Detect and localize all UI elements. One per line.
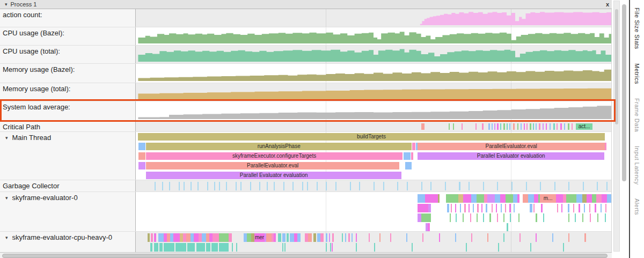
trace-slice[interactable] bbox=[477, 213, 478, 222]
track-area-system-load[interactable] bbox=[136, 101, 611, 121]
trace-slice[interactable] bbox=[568, 213, 569, 222]
trace-slice-labeled[interactable]: Parallel Evaluator evaluation bbox=[418, 152, 604, 160]
trace-slice-labeled[interactable]: runAnalysisPhase bbox=[146, 143, 412, 150]
trace-slice[interactable] bbox=[573, 204, 574, 212]
trace-slice[interactable] bbox=[342, 233, 343, 242]
collapse-triangle-icon[interactable]: ▾ bbox=[5, 235, 8, 240]
horizontal-scrollbar[interactable] bbox=[0, 252, 612, 258]
trace-slice[interactable] bbox=[590, 213, 591, 222]
trace-slice[interactable] bbox=[379, 233, 380, 242]
trace-tick[interactable] bbox=[226, 182, 227, 190]
trace-slice[interactable] bbox=[469, 204, 470, 212]
trace-slice[interactable] bbox=[447, 204, 449, 212]
trace-slice[interactable] bbox=[158, 233, 164, 242]
trace-slice[interactable] bbox=[202, 233, 206, 242]
counter-chart-action-count[interactable] bbox=[136, 11, 611, 25]
track-label-skyframe-evaluator-cpu-heavy-0[interactable]: ▾skyframe-evaluator-cpu-heavy-0 bbox=[0, 232, 136, 252]
trace-slice[interactable] bbox=[313, 233, 316, 242]
trace-slice[interactable] bbox=[150, 243, 152, 252]
trace-tick[interactable] bbox=[302, 182, 303, 190]
trace-slice[interactable] bbox=[487, 194, 495, 203]
trace-slice[interactable] bbox=[524, 123, 525, 130]
trace-slice[interactable] bbox=[352, 233, 353, 242]
trace-slice[interactable] bbox=[510, 213, 511, 222]
trace-slice[interactable] bbox=[247, 233, 251, 242]
tab-metrics[interactable]: Metrics bbox=[634, 63, 640, 84]
trace-slice[interactable] bbox=[456, 213, 457, 222]
trace-slice[interactable] bbox=[438, 194, 440, 203]
trace-slice-labeled[interactable]: Parallel Evaluator evaluation bbox=[146, 172, 401, 179]
tab-frame-data[interactable]: Frame Data bbox=[634, 98, 640, 132]
trace-slice[interactable] bbox=[494, 123, 495, 130]
track-area-cpu-bazel[interactable] bbox=[136, 27, 611, 45]
counter-chart-system-load[interactable] bbox=[136, 104, 611, 119]
trace-slice[interactable] bbox=[503, 213, 504, 222]
trace-tick[interactable] bbox=[236, 182, 237, 190]
trace-slice[interactable] bbox=[287, 233, 289, 242]
trace-slice[interactable] bbox=[320, 233, 324, 242]
trace-tick[interactable] bbox=[162, 182, 163, 190]
trace-tick[interactable] bbox=[469, 182, 470, 190]
trace-slice[interactable] bbox=[418, 204, 428, 212]
trace-slice[interactable] bbox=[523, 194, 528, 203]
trace-slice[interactable] bbox=[213, 233, 219, 242]
trace-slice[interactable] bbox=[579, 204, 580, 212]
trace-slice[interactable] bbox=[473, 204, 474, 212]
trace-slice[interactable] bbox=[405, 162, 412, 169]
trace-tick[interactable] bbox=[240, 182, 241, 190]
counter-chart-cpu-bazel[interactable] bbox=[136, 30, 611, 43]
trace-tick[interactable] bbox=[568, 182, 569, 190]
trace-slice-labeled[interactable]: buildTargets bbox=[138, 133, 605, 141]
trace-slice[interactable] bbox=[464, 204, 466, 212]
trace-slice[interactable] bbox=[477, 194, 484, 203]
trace-slice-labeled[interactable]: act... bbox=[576, 123, 592, 130]
trace-slice[interactable] bbox=[356, 233, 357, 242]
trace-slice[interactable] bbox=[345, 233, 347, 242]
trace-slice[interactable] bbox=[138, 143, 145, 150]
trace-slice[interactable] bbox=[509, 204, 511, 212]
trace-slice[interactable] bbox=[428, 223, 430, 231]
trace-slice[interactable] bbox=[481, 204, 482, 212]
counter-chart-mem-total[interactable] bbox=[136, 85, 611, 99]
trace-slice[interactable] bbox=[517, 123, 518, 130]
tab-file-size-stats[interactable]: File Size Stats bbox=[634, 8, 640, 49]
trace-slice[interactable] bbox=[552, 233, 553, 242]
trace-slice[interactable] bbox=[597, 213, 598, 222]
trace-slice[interactable] bbox=[282, 243, 283, 252]
trace-slice[interactable] bbox=[138, 162, 145, 169]
track-area-main-thread[interactable]: buildTargetsrunAnalysisPhaseParallelEval… bbox=[136, 132, 611, 180]
trace-slice[interactable] bbox=[369, 233, 370, 242]
trace-slice[interactable] bbox=[412, 243, 413, 252]
track-label-main-thread[interactable]: ▾Main Thread bbox=[0, 132, 136, 180]
trace-slice[interactable] bbox=[308, 233, 311, 242]
trace-slice[interactable] bbox=[187, 243, 195, 252]
trace-slice[interactable] bbox=[500, 123, 502, 130]
trace-tick[interactable] bbox=[155, 182, 156, 190]
trace-slice[interactable] bbox=[282, 233, 286, 242]
trace-slice[interactable] bbox=[557, 204, 558, 212]
trace-tick[interactable] bbox=[459, 182, 460, 190]
trace-slice[interactable] bbox=[471, 194, 477, 203]
trace-slice[interactable] bbox=[326, 243, 327, 252]
trace-slice[interactable] bbox=[498, 243, 499, 252]
trace-slice[interactable] bbox=[236, 243, 237, 252]
trace-slice[interactable] bbox=[266, 233, 272, 242]
trace-tick[interactable] bbox=[179, 182, 180, 190]
trace-slice[interactable] bbox=[533, 123, 534, 130]
track-area-skyframe-evaluator-0[interactable]: m... bbox=[136, 192, 611, 231]
trace-slice[interactable] bbox=[541, 204, 543, 212]
trace-slice-labeled[interactable]: ParallelEvaluator.eval bbox=[418, 143, 605, 150]
trace-slice[interactable] bbox=[533, 204, 535, 212]
trace-slice[interactable] bbox=[605, 143, 606, 150]
trace-tick[interactable] bbox=[335, 182, 336, 190]
trace-slice[interactable] bbox=[194, 233, 198, 242]
trace-slice[interactable] bbox=[356, 243, 357, 252]
collapse-triangle-icon[interactable]: ▾ bbox=[5, 136, 8, 141]
trace-slice[interactable] bbox=[507, 223, 508, 231]
trace-slice[interactable] bbox=[589, 204, 590, 212]
trace-tick[interactable] bbox=[526, 182, 527, 190]
trace-tick[interactable] bbox=[317, 182, 318, 190]
trace-tick[interactable] bbox=[430, 182, 431, 190]
trace-tick[interactable] bbox=[292, 182, 294, 190]
trace-slice[interactable] bbox=[428, 204, 431, 212]
